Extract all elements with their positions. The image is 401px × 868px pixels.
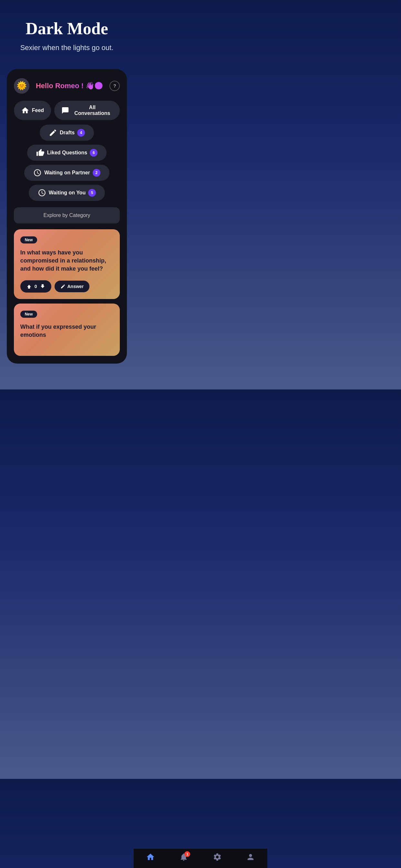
nav-row-main: Feed All Conversations bbox=[14, 101, 120, 120]
liked-row: Liked Questions 6 bbox=[14, 145, 120, 161]
answer-button-1[interactable]: Answer bbox=[55, 281, 90, 292]
question-card-1: New In what ways have you compromised in… bbox=[14, 229, 120, 299]
app-card: 🌞 Hello Romeo ! 👋😊 ? Feed All Conversati… bbox=[7, 69, 127, 364]
clock-icon bbox=[33, 168, 42, 177]
greeting-text: Hello Romeo ! 👋😊 bbox=[36, 82, 103, 90]
chat-icon bbox=[61, 106, 69, 115]
promo-subtitle: Sexier when the lights go out. bbox=[10, 43, 124, 53]
waiting-you-row: Waiting on You 5 bbox=[14, 185, 120, 201]
question-card-2: New What if you expressed your emotions bbox=[14, 304, 120, 356]
conversations-button[interactable]: All Conversations bbox=[54, 101, 120, 120]
home-icon bbox=[21, 106, 29, 115]
thumbsup-icon bbox=[36, 149, 44, 157]
waiting-partner-button[interactable]: Waiting on Partner 2 bbox=[24, 165, 110, 181]
promo-section: Dark Mode Sexier when the lights go out. bbox=[0, 0, 134, 63]
help-icon[interactable]: ? bbox=[110, 81, 120, 91]
app-header: 🌞 Hello Romeo ! 👋😊 ? bbox=[14, 78, 120, 94]
feed-button[interactable]: Feed bbox=[14, 101, 51, 120]
drafts-button[interactable]: Drafts 4 bbox=[40, 125, 94, 141]
new-badge-1: New bbox=[20, 237, 37, 244]
vote-button-1[interactable]: 0 bbox=[20, 280, 51, 292]
drafts-row: Drafts 4 bbox=[14, 125, 120, 141]
waiting-partner-badge: 2 bbox=[93, 169, 100, 177]
vote-count-1: 0 bbox=[35, 284, 37, 289]
question-text-1: In what ways have you compromised in a r… bbox=[20, 249, 114, 273]
edit-icon bbox=[60, 284, 66, 289]
pencil-icon bbox=[49, 128, 57, 137]
liked-button[interactable]: Liked Questions 6 bbox=[27, 145, 106, 161]
promo-title: Dark Mode bbox=[10, 20, 124, 38]
avatar: 🌞 bbox=[14, 78, 29, 94]
downvote-icon bbox=[40, 283, 45, 289]
question-text-2: What if you expressed your emotions bbox=[20, 323, 114, 339]
waiting-you-button[interactable]: Waiting on You 5 bbox=[29, 185, 105, 201]
waiting-partner-row: Waiting on Partner 2 bbox=[14, 165, 120, 181]
new-badge-2: New bbox=[20, 311, 37, 318]
explore-button[interactable]: Explore by Category bbox=[14, 207, 120, 223]
liked-badge: 6 bbox=[90, 149, 97, 157]
upvote-icon bbox=[26, 283, 32, 289]
clock2-icon bbox=[38, 189, 46, 197]
drafts-badge: 4 bbox=[77, 129, 85, 136]
waiting-you-badge: 5 bbox=[88, 189, 96, 197]
card-actions-1: 0 Answer bbox=[20, 280, 114, 292]
